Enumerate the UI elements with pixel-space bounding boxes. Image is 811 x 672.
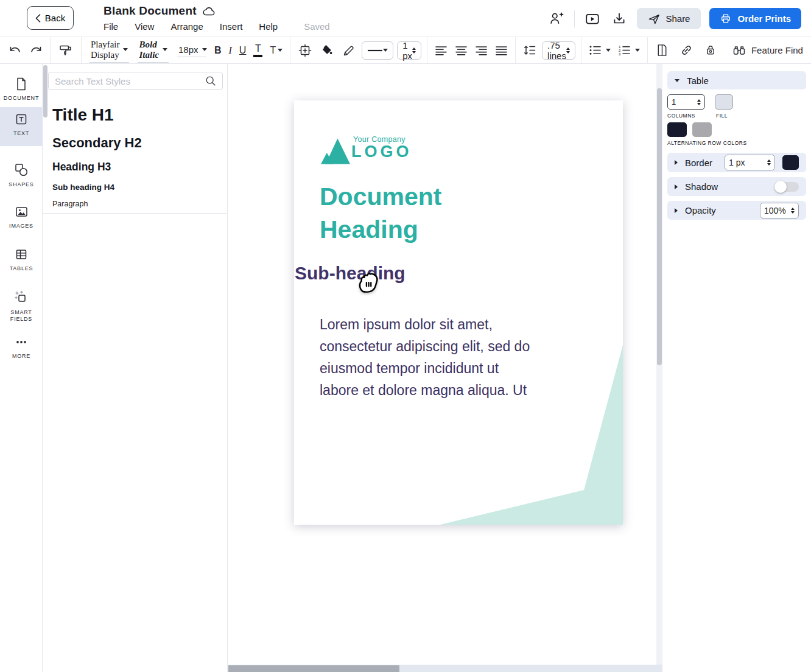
logo-text[interactable]: LOGO — [351, 142, 412, 161]
underline-button[interactable]: U — [237, 44, 248, 57]
stepper-arrows-icon — [791, 208, 795, 214]
pen-button[interactable] — [340, 41, 358, 60]
line-spacing-button[interactable] — [521, 43, 538, 58]
rail-item-shapes[interactable]: SHAPES — [0, 157, 43, 188]
bullet-list-icon — [589, 45, 602, 55]
style-subheading-h4[interactable]: Sub heading H4 — [52, 183, 218, 192]
font-family-select[interactable]: Playfair Display — [90, 38, 129, 63]
search-input[interactable] — [49, 76, 205, 86]
style-secondary-h2[interactable]: Secondary H2 — [52, 135, 218, 151]
shadow-section-row[interactable]: Shadow — [667, 177, 806, 196]
horizontal-scrollbar-thumb[interactable] — [228, 665, 399, 672]
alt-row-color-1-swatch[interactable] — [667, 122, 687, 137]
left-rail: DOCUMENT TEXT SHAPES IMAGES TABLES SMART… — [0, 64, 43, 672]
link-button[interactable] — [678, 41, 695, 59]
style-paragraph[interactable]: Paragraph — [52, 200, 218, 208]
order-prints-button[interactable]: Order Prints — [709, 8, 801, 29]
search-icon[interactable] — [205, 75, 217, 87]
canvas-area[interactable]: Your Company LOGO Document Heading Sub-h… — [228, 64, 662, 672]
align-left-icon — [435, 46, 448, 55]
bold-button[interactable]: B — [212, 44, 223, 57]
horizontal-scrollbar-track[interactable] — [228, 665, 662, 672]
document-page[interactable]: Your Company LOGO Document Heading Sub-h… — [294, 100, 623, 525]
vertical-scrollbar-track[interactable] — [656, 64, 662, 672]
redo-button[interactable] — [27, 43, 44, 58]
stroke-width-stepper[interactable]: 1 px — [397, 41, 421, 60]
numbered-list-button[interactable]: 123 — [616, 43, 633, 57]
style-heading-h3[interactable]: Heading H3 — [52, 161, 218, 173]
feature-find-button[interactable]: Feature Find — [730, 42, 805, 59]
download-button[interactable] — [610, 10, 628, 28]
chevron-down-icon — [278, 49, 283, 52]
table-icon — [14, 247, 29, 262]
style-title-h1[interactable]: Title H1 — [52, 105, 218, 125]
page-layout-button[interactable] — [653, 41, 671, 59]
opacity-stepper[interactable]: 100% — [760, 203, 799, 219]
rail-item-smart-fields[interactable]: SMART FIELDS — [0, 285, 43, 323]
svg-text:3: 3 — [619, 52, 621, 55]
border-section-row[interactable]: Border 1 px — [667, 153, 806, 172]
undo-button[interactable] — [7, 43, 24, 58]
toolbar-separator — [427, 37, 427, 64]
fill-swatch[interactable] — [715, 94, 733, 110]
alt-row-color-2-swatch[interactable] — [692, 122, 712, 137]
text-color-button[interactable]: T — [251, 42, 264, 59]
menu-insert[interactable]: Insert — [220, 21, 243, 32]
align-left-button[interactable] — [433, 44, 449, 57]
menu-arrange[interactable]: Arrange — [170, 21, 203, 32]
document-title[interactable]: Blank Document — [104, 4, 197, 18]
back-button[interactable]: Back — [27, 6, 74, 30]
align-center-button[interactable] — [453, 44, 469, 57]
document-heading-text[interactable]: Document Heading — [320, 180, 521, 246]
topbar-divider — [574, 10, 575, 27]
toolbar-separator — [515, 37, 516, 64]
body-paragraph[interactable]: Lorem ipsum dolor sit amet, consectetur … — [320, 313, 581, 401]
line-style-select[interactable] — [362, 41, 393, 60]
panel-scrollbar-thumb[interactable] — [43, 65, 47, 117]
shapes-icon — [13, 162, 29, 178]
font-size-select[interactable]: 18px — [177, 43, 206, 57]
menu-file[interactable]: File — [104, 21, 118, 32]
undo-icon — [9, 45, 22, 56]
present-button[interactable] — [583, 10, 602, 28]
subheading-text[interactable]: Sub-heading — [295, 263, 406, 284]
align-justify-button[interactable] — [493, 44, 510, 57]
saved-status: Saved — [304, 21, 330, 32]
rail-item-more[interactable]: MORE — [0, 330, 43, 360]
share-button[interactable]: Share — [637, 8, 701, 29]
vertical-scrollbar-thumb[interactable] — [657, 88, 662, 365]
text-options-glyph: T — [270, 46, 276, 55]
italic-button[interactable]: I — [227, 44, 234, 57]
fill-bucket-icon — [320, 43, 334, 58]
columns-value: 1 — [672, 97, 676, 107]
position-button[interactable] — [296, 41, 314, 60]
border-color-swatch[interactable] — [782, 155, 799, 170]
text-options-button[interactable]: T — [268, 44, 284, 57]
menu-help[interactable]: Help — [259, 21, 278, 32]
chevron-down-icon[interactable] — [606, 49, 611, 52]
fill-color-button[interactable] — [318, 41, 336, 60]
table-section-header[interactable]: Table — [667, 71, 806, 89]
bullet-list-button[interactable] — [587, 43, 603, 57]
line-spacing-stepper[interactable]: .75 lines — [542, 41, 575, 60]
border-width-stepper[interactable]: 1 px — [725, 155, 775, 170]
rail-item-tables[interactable]: TABLES — [0, 242, 43, 272]
text-style-list: Title H1 Secondary H2 Heading H3 Sub hea… — [52, 99, 218, 208]
feature-find-label: Feature Find — [751, 45, 803, 55]
chevron-down-icon[interactable] — [635, 49, 640, 52]
format-painter-button[interactable] — [56, 41, 75, 60]
logo-mountain-icon[interactable] — [321, 138, 351, 164]
font-style-select[interactable]: Bold Italic — [138, 38, 168, 63]
shadow-toggle[interactable] — [776, 182, 799, 192]
columns-stepper[interactable]: 1 — [667, 94, 705, 110]
opacity-section-row[interactable]: Opacity 100% — [667, 201, 806, 220]
rail-item-text[interactable]: TEXT — [0, 107, 43, 146]
lock-button[interactable] — [702, 41, 720, 59]
align-right-button[interactable] — [473, 44, 490, 57]
add-collaborator-button[interactable] — [547, 10, 566, 28]
rail-item-document[interactable]: DOCUMENT — [0, 72, 43, 102]
menu-view[interactable]: View — [135, 21, 154, 32]
rail-item-images[interactable]: IMAGES — [0, 200, 43, 229]
menu-bar: File View Arrange Insert Help Saved — [104, 21, 330, 32]
stepper-arrows-icon — [566, 47, 570, 54]
